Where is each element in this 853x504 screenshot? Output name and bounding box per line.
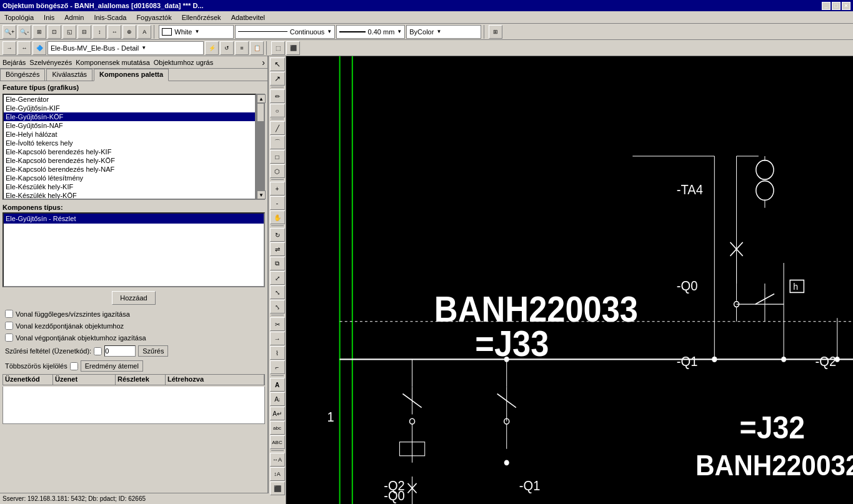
vtb-stretch[interactable]: ⤣ [270, 300, 285, 314]
maximize-btn[interactable]: □ [832, 2, 841, 10]
feature-item-1[interactable]: Ele-Gyűjtősín-KIF [4, 104, 255, 112]
feature-item-0[interactable]: Ele-Generátor [4, 95, 255, 104]
plotstyle-dropdown[interactable]: ByColor ▼ [406, 25, 481, 39]
minimize-btn[interactable]: _ [822, 2, 831, 10]
vtb-mirror[interactable]: ⇌ [270, 242, 285, 256]
submenu-objektumhoz[interactable]: Objektumhoz ugrás [154, 59, 213, 66]
tb-icon-8[interactable]: ↔ [107, 25, 121, 39]
menu-inis[interactable]: Inis [42, 13, 56, 22]
vtb-pencil[interactable]: ✏ [270, 89, 285, 103]
tb-icon-3[interactable]: ⊞ [32, 25, 46, 39]
feature-item-6[interactable]: Ele-Kapcsoló berendezés hely-KIF [4, 147, 255, 156]
feature-item-4[interactable]: Ele-Helyi hálózat [4, 130, 255, 139]
feature-list-scrollbar[interactable]: ▲ ▼ [256, 94, 265, 200]
sb-down-arrow[interactable]: ▼ [257, 190, 266, 199]
tb2-icon-9[interactable]: ⬛ [286, 41, 300, 55]
tb-icon-7[interactable]: ↕ [92, 25, 106, 39]
menu-adatbevitel[interactable]: Adatbevitel [229, 13, 267, 22]
vtb-cursor2[interactable]: ↗ [270, 72, 285, 86]
filter-input[interactable] [104, 345, 136, 357]
tab-kivalasztas[interactable]: Kiválasztás [46, 69, 92, 81]
vtb-text2[interactable]: Aᵢ [270, 392, 285, 406]
tb-icon-10[interactable]: A [137, 25, 151, 39]
vtb-zoom-in[interactable]: + [270, 182, 285, 195]
checkbox-vonal-kezdo[interactable] [5, 322, 13, 330]
close-btn[interactable]: × [842, 2, 851, 10]
layer-dropdown[interactable]: Ele-Bus-MV_Ele-Bus - Detail ▼ [47, 41, 204, 55]
submenu-bejaras[interactable]: Bejárás [2, 59, 26, 66]
vtb-mtext[interactable]: A↵ [270, 407, 285, 420]
eredmeny-button[interactable]: Eredmény átemel [81, 360, 143, 372]
tb2-icon-8[interactable]: ⬚ [271, 41, 285, 55]
submenu-szelvenyezes[interactable]: Szelvényezés [29, 59, 72, 66]
tab-bongeszes[interactable]: Böngészés [0, 69, 45, 81]
tb-icon-2[interactable]: 🔍- [17, 25, 31, 39]
feature-item-8[interactable]: Ele-Kapcsoló berendezés hely-NAF [4, 165, 255, 174]
vtb-scale[interactable]: ⤡ [270, 285, 285, 299]
multiply-checkbox[interactable] [70, 362, 78, 370]
vtb-pan[interactable]: ✋ [270, 210, 285, 224]
vtb-dim[interactable]: ↔A [270, 453, 285, 467]
panel-arrow[interactable]: › [262, 57, 265, 67]
vtb-circle[interactable]: ○ [270, 104, 285, 117]
vtb-copy[interactable]: ⧉ [270, 257, 285, 270]
feature-list[interactable]: Ele-Generátor Ele-Gyűjtősín-KIF Ele-Gyűj… [2, 94, 256, 200]
color-dropdown[interactable]: White ▼ [159, 25, 234, 39]
vtb-abc[interactable]: abc [270, 421, 285, 435]
vtb-rotate[interactable]: ↻ [270, 228, 285, 242]
menu-inis-scada[interactable]: Inis-Scada [92, 13, 128, 22]
sb-track[interactable] [257, 103, 264, 190]
filter-button[interactable]: Szűrés [138, 345, 168, 357]
vtb-break[interactable]: ⌇ [270, 346, 285, 360]
feature-item-2[interactable]: Ele-Gyűjtősín-KÖF [4, 112, 255, 121]
linetype-dropdown[interactable]: Continuous ▼ [235, 25, 335, 39]
vtb-dim2[interactable]: ↕A [270, 467, 285, 481]
tb2-icon-4[interactable]: ⚡ [205, 41, 219, 55]
filter-checkbox[interactable] [94, 347, 102, 355]
menu-fogyasztok[interactable]: Fogyasztók [134, 13, 173, 22]
vtb-zoom-out[interactable]: - [270, 196, 285, 210]
feature-item-11[interactable]: Ele-Készülék hely-KÖF [4, 191, 255, 200]
tb-icon-5[interactable]: ◱ [62, 25, 76, 39]
tb2-icon-3[interactable]: 🔷 [32, 41, 46, 55]
tb-icon-1[interactable]: 🔍+ [2, 25, 16, 39]
vtb-poly[interactable]: ⬡ [270, 164, 285, 178]
menu-admin[interactable]: Admin [62, 13, 86, 22]
tb-icon-4[interactable]: ⊡ [47, 25, 61, 39]
feature-item-5[interactable]: Ele-Ívoltó tekercs hely [4, 139, 255, 147]
feature-item-3[interactable]: Ele-Gyűjtősín-NAF [4, 121, 255, 130]
checkbox-vonal-veg[interactable] [5, 334, 13, 342]
cad-canvas[interactable]: BANH220033 =J33 -TA4 -Q0 -Q1 -Q2 -Q1 -Q0… [286, 56, 853, 504]
cad-area[interactable]: ↖ ↗ ✏ ○ ╱ ⌒ □ ⬡ + - ✋ ↻ ⇌ ⧉ ⤢ ⤡ ⤣ ✂ → ⌇ … [269, 56, 853, 504]
tb2-icon-1[interactable]: → [2, 41, 16, 55]
tb-icon-9[interactable]: ⊕ [122, 25, 136, 39]
tb2-icon-6[interactable]: ≡ [235, 41, 249, 55]
submenu-komponensek[interactable]: Komponensek mutatása [76, 59, 150, 66]
vtb-extend[interactable]: → [270, 332, 285, 345]
vtb-abc2[interactable]: ABC [270, 435, 285, 449]
komponens-list[interactable]: Ele-Gyűjtősín - Részlet [2, 212, 265, 287]
vtb-arc[interactable]: ⌒ [270, 136, 285, 149]
tb2-icon-5[interactable]: ↺ [220, 41, 234, 55]
add-button[interactable]: Hozzáad [112, 291, 156, 305]
checkbox-vonal-fuggoleg[interactable] [5, 310, 13, 318]
vtb-fillet[interactable]: ⌐ [270, 360, 285, 374]
feature-item-7[interactable]: Ele-Kapcsoló berendezés hely-KÖF [4, 156, 255, 165]
sb-up-arrow[interactable]: ▲ [257, 94, 266, 103]
tb2-icon-2[interactable]: ↔ [17, 41, 31, 55]
tb-icon-6[interactable]: ⊟ [77, 25, 91, 39]
vtb-block[interactable]: ⬛ [270, 482, 285, 495]
vtb-cursor[interactable]: ↖ [270, 57, 285, 71]
sb-thumb[interactable] [257, 103, 264, 122]
tab-komponens-paletta[interactable]: Komponens paletta [94, 69, 169, 81]
feature-item-10[interactable]: Ele-Készülék hely-KIF [4, 182, 255, 191]
tb-icon-11[interactable]: ⊞ [489, 25, 502, 39]
komponens-selected-item[interactable]: Ele-Gyűjtősín - Részlet [4, 214, 264, 224]
window-controls[interactable]: _ □ × [822, 2, 851, 10]
tb2-icon-7[interactable]: 📋 [250, 41, 264, 55]
vtb-rect[interactable]: □ [270, 150, 285, 164]
menu-ellenorzesek[interactable]: Ellenőrzések [180, 13, 223, 22]
vtb-move[interactable]: ⤢ [270, 271, 285, 285]
vtb-text[interactable]: A [270, 378, 285, 392]
lineweight-dropdown[interactable]: 0.40 mm ▼ [336, 25, 405, 39]
